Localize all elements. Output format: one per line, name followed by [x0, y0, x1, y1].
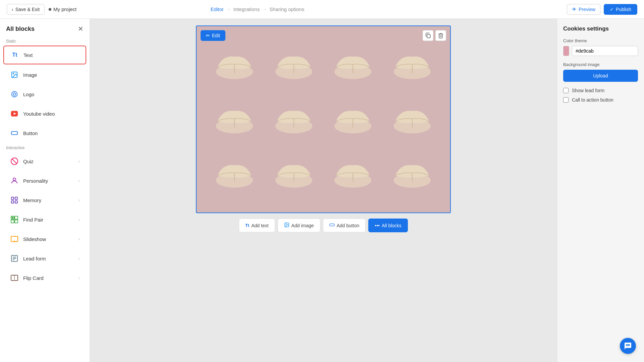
personality-icon [10, 176, 19, 185]
block-item-left: Logo [10, 89, 34, 99]
edit-button[interactable]: ✏ Edit [201, 30, 225, 41]
color-swatch[interactable] [563, 46, 569, 56]
sidebar-item-flipcard[interactable]: Flip Card › [3, 269, 86, 287]
cookie-cell [207, 148, 263, 199]
svg-rect-14 [11, 220, 14, 223]
fortune-cookie [390, 157, 434, 190]
cookie-cell [384, 40, 440, 90]
publish-button[interactable]: ✓ Publish [604, 4, 637, 15]
chat-fab[interactable] [620, 338, 636, 354]
cookie-cell [384, 94, 440, 145]
background-image-section: Background image Upload [563, 62, 638, 82]
svg-rect-26 [427, 35, 430, 38]
add-text-label: Add text [251, 223, 268, 228]
duplicate-button[interactable] [423, 30, 433, 41]
publish-label: Publish [616, 7, 631, 12]
bottom-toolbar: Tt Add text Add image Add button ••• All… [239, 219, 408, 232]
cookie-cell [325, 148, 381, 199]
image-icon-small [284, 222, 289, 229]
sidebar-item-leadform[interactable]: Lead form › [3, 249, 86, 267]
show-lead-form-checkbox[interactable] [563, 88, 569, 93]
add-image-label: Add image [291, 223, 314, 228]
fortune-cookie [213, 103, 256, 136]
svg-point-16 [12, 217, 13, 219]
block-item-left: Quiz [10, 157, 34, 166]
add-button-button[interactable]: Add button [323, 219, 366, 232]
cookie-cell [266, 94, 322, 145]
sidebar-item-button[interactable]: Button [3, 124, 86, 142]
call-to-action-label: Call to action button [572, 97, 613, 103]
color-theme-section: Color theme [563, 38, 638, 56]
close-icon[interactable]: ✕ [78, 25, 84, 33]
logo-label: Logo [23, 92, 34, 97]
delete-button[interactable] [435, 30, 446, 41]
sidebar-title: All blocks [6, 25, 35, 33]
chevron-right-icon: › [78, 178, 80, 183]
project-name-label: My project [53, 6, 76, 12]
sidebar-item-memory[interactable]: Memory › [3, 191, 86, 209]
save-exit-button[interactable]: ‹ Save & Exit [7, 4, 45, 15]
svg-rect-9 [15, 197, 17, 199]
topbar-nav: Editor → Integrations → Sharing options [211, 6, 305, 12]
image-icon [10, 70, 19, 79]
block-item-left: Memory [10, 195, 41, 205]
fortune-cookie [213, 48, 256, 82]
all-blocks-button[interactable]: ••• All blocks [368, 219, 408, 232]
topbar-right: 👁 Preview ✓ Publish [567, 4, 637, 15]
project-name: My project [49, 6, 76, 12]
svg-point-3 [13, 93, 15, 95]
topbar-left: ‹ Save & Exit My project [7, 4, 76, 15]
add-text-button[interactable]: Tt Add text [239, 219, 275, 232]
color-input[interactable] [572, 46, 638, 56]
block-item-left: Lead form [10, 254, 46, 263]
findpair-icon [10, 215, 19, 224]
svg-rect-4 [11, 131, 17, 134]
call-to-action-checkbox[interactable] [563, 97, 569, 103]
right-panel: Cookies settings Color theme Background … [557, 19, 644, 362]
dots-icon: ••• [375, 223, 380, 228]
fortune-cookie [331, 157, 375, 190]
sidebar-item-youtube[interactable]: Youtube video [3, 105, 86, 123]
flipcard-icon [10, 273, 19, 283]
cookie-cell [325, 40, 381, 90]
nav-arrow-2: → [262, 7, 267, 12]
nav-integrations[interactable]: Integrations [233, 6, 260, 12]
interactive-section-label: Interactive [0, 143, 90, 152]
cookie-grid [197, 26, 450, 213]
fortune-cookie [331, 103, 375, 136]
nav-sharing[interactable]: Sharing options [269, 6, 304, 12]
fortune-cookie [331, 48, 375, 82]
svg-point-40 [285, 224, 286, 225]
svg-point-1 [13, 73, 14, 74]
sidebar-item-logo[interactable]: Logo [3, 85, 86, 103]
sidebar-item-personality[interactable]: Personality › [3, 172, 86, 190]
sidebar-item-slideshow[interactable]: Slideshow › [3, 230, 86, 248]
sidebar-item-text[interactable]: Tt Text [3, 46, 86, 64]
svg-rect-13 [15, 216, 18, 219]
eye-icon: 👁 [572, 7, 577, 12]
flipcard-label: Flip Card [23, 275, 44, 281]
upload-button[interactable]: Upload [563, 70, 638, 82]
cookie-cell [266, 148, 322, 199]
sidebar-item-findpair[interactable]: Find Pair › [3, 210, 86, 229]
fortune-cookie [272, 157, 316, 190]
text-icon-small: Tt [245, 223, 249, 228]
fortune-cookie [390, 103, 434, 136]
nav-editor[interactable]: Editor [211, 6, 224, 12]
canvas-container: ✏ Edit [196, 25, 451, 213]
chevron-right-icon: › [78, 159, 80, 164]
chevron-left-icon: ‹ [12, 7, 13, 12]
chevron-right-icon: › [78, 217, 80, 222]
quiz-label: Quiz [23, 159, 34, 164]
add-image-button[interactable]: Add image [278, 219, 320, 232]
fortune-cookie [272, 48, 316, 82]
memory-icon [10, 195, 19, 205]
preview-label: Preview [579, 7, 595, 12]
chevron-right-icon: › [78, 197, 80, 203]
background-image-label: Background image [563, 62, 638, 67]
check-icon: ✓ [610, 7, 614, 12]
preview-button[interactable]: 👁 Preview [567, 4, 600, 15]
sidebar-item-image[interactable]: Image [3, 66, 86, 84]
sidebar-item-quiz[interactable]: Quiz › [3, 152, 86, 170]
cookie-cell [207, 40, 263, 90]
